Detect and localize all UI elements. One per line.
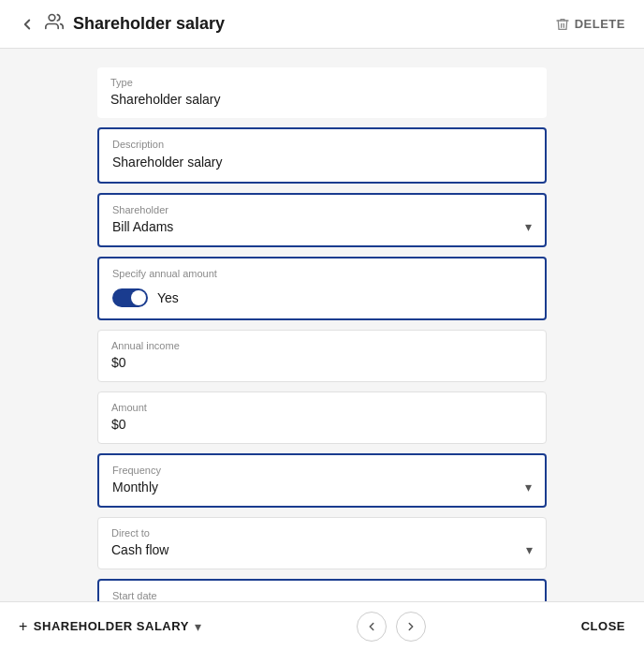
direct-to-select-row[interactable]: Cash flow ▾ [111, 542, 533, 557]
type-row: Type Shareholder salary [97, 67, 547, 118]
description-card: Description [97, 127, 547, 184]
specify-annual-toggle-row: Yes [112, 288, 532, 307]
footer: + SHAREHOLDER SALARY ▾ CLOSE [0, 601, 644, 650]
frequency-chevron-icon: ▾ [525, 480, 532, 495]
specify-annual-card: Specify annual amount Yes [97, 257, 547, 320]
annual-income-label: Annual income [111, 340, 533, 351]
frequency-card: Frequency Monthly ▾ [97, 453, 547, 508]
people-icon [45, 12, 64, 36]
page-title: Shareholder salary [73, 14, 225, 34]
delete-label: DELETE [575, 17, 625, 31]
direct-to-label: Direct to [111, 527, 533, 539]
shareholder-card: Shareholder Bill Adams ▾ [97, 193, 547, 247]
direct-to-chevron-icon: ▾ [526, 542, 533, 557]
direct-to-value: Cash flow [111, 542, 168, 557]
footer-left: + SHAREHOLDER SALARY ▾ [19, 618, 201, 635]
specify-annual-toggle-label: Yes [157, 290, 179, 305]
shareholder-select-row[interactable]: Bill Adams ▾ [112, 219, 532, 234]
back-button[interactable] [19, 16, 36, 33]
close-button[interactable]: CLOSE [581, 619, 625, 633]
type-label: Type [110, 77, 534, 88]
shareholder-chevron-icon: ▾ [525, 219, 532, 234]
add-shareholder-chevron-button[interactable]: ▾ [195, 619, 201, 634]
amount-card: Amount $0 [97, 391, 547, 444]
form-container: Type Shareholder salary Description Shar… [97, 67, 547, 601]
type-value: Shareholder salary [110, 92, 534, 107]
frequency-value: Monthly [112, 480, 158, 495]
svg-point-0 [49, 15, 55, 22]
specify-annual-label: Specify annual amount [112, 268, 532, 279]
frequency-label: Frequency [112, 465, 532, 476]
add-shareholder-button[interactable]: + SHAREHOLDER SALARY [19, 618, 189, 635]
footer-nav [357, 612, 426, 642]
direct-to-card: Direct to Cash flow ▾ [97, 517, 547, 569]
specify-annual-toggle[interactable] [112, 288, 148, 307]
shareholder-label: Shareholder [112, 204, 532, 215]
start-date-card: Start date Start of plan year [97, 579, 547, 601]
description-label: Description [112, 139, 532, 150]
nav-next-button[interactable] [396, 612, 426, 642]
main-content: Type Shareholder salary Description Shar… [0, 49, 644, 601]
plus-icon: + [19, 618, 28, 635]
nav-prev-button[interactable] [357, 612, 387, 642]
annual-income-value: $0 [111, 355, 533, 370]
annual-income-card: Annual income $0 [97, 330, 547, 382]
start-date-label: Start date [112, 590, 532, 601]
shareholder-value: Bill Adams [112, 219, 173, 234]
description-input[interactable] [112, 155, 532, 170]
amount-label: Amount [111, 402, 533, 413]
header: Shareholder salary DELETE [0, 0, 644, 49]
add-shareholder-label: SHAREHOLDER SALARY [34, 619, 189, 633]
header-left: Shareholder salary [19, 12, 225, 36]
amount-value: $0 [111, 417, 533, 432]
close-label: CLOSE [581, 619, 625, 633]
delete-button[interactable]: DELETE [555, 17, 625, 32]
frequency-select-row[interactable]: Monthly ▾ [112, 480, 532, 495]
